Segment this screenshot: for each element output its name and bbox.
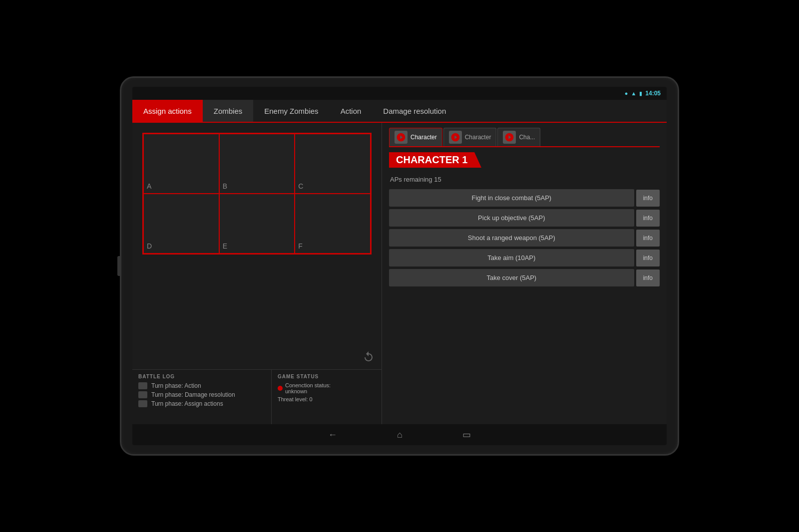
battle-log-title: BATTLE LOG	[138, 374, 265, 379]
log-entry-0: Turn phase: Action	[138, 382, 265, 389]
log-icon-2	[138, 400, 147, 407]
cell-label-c: C	[298, 182, 303, 190]
char-tab-label-0: Character	[410, 134, 437, 141]
action-btn-0[interactable]: Fight in close combat (5AP)	[389, 189, 634, 207]
character-name: CHARACTER 1	[389, 152, 474, 168]
action-row-3: Take aim (10AP) info	[389, 249, 660, 266]
cell-label-a: A	[147, 182, 151, 190]
action-btn-2[interactable]: Shoot a ranged weapon (5AP)	[389, 229, 634, 247]
log-entry-1: Turn phase: Damage resolution	[138, 391, 265, 398]
main-content: A B C D E	[132, 123, 667, 424]
battle-log-section: BATTLE LOG Turn phase: Action Turn phase…	[132, 370, 272, 424]
game-status-section: GAME STATUS Conenction status: unknown T…	[272, 370, 382, 424]
action-row-0: Fight in close combat (5AP) info	[389, 189, 660, 207]
cell-label-f: F	[298, 242, 303, 250]
char-tabs: Character Character	[389, 128, 660, 147]
rotate-icon[interactable]	[363, 351, 375, 365]
tab-assign-actions[interactable]: Assign actions	[132, 100, 203, 122]
nav-tabs: Assign actions Zombies Enemy Zombies Act…	[132, 100, 667, 123]
char-tab-0[interactable]: Character	[389, 128, 442, 146]
grid-cell-d[interactable]: D	[143, 194, 219, 254]
cell-label-e: E	[223, 242, 227, 250]
grid-cell-c[interactable]: C	[295, 134, 371, 194]
action-btn-4[interactable]: Take cover (5AP)	[389, 269, 634, 286]
tab-damage-resolution[interactable]: Damage resolution	[372, 100, 457, 122]
action-btn-3[interactable]: Take aim (10AP)	[389, 249, 634, 266]
cell-label-b: B	[223, 182, 227, 190]
left-panel: A B C D E	[132, 123, 382, 424]
tablet-screen: ● ▲ ▮ 14:05 Assign actions Zombies Enemy…	[132, 87, 667, 445]
action-row-1: Pick up objective (5AP) info	[389, 209, 660, 227]
recent-button[interactable]: ▭	[462, 429, 471, 440]
info-btn-3[interactable]: info	[636, 250, 660, 266]
grid-cell-a[interactable]: A	[143, 134, 219, 194]
connection-status-icon	[278, 386, 283, 391]
char-tab-2[interactable]: Cha...	[497, 128, 540, 146]
side-button[interactable]	[117, 256, 120, 276]
battle-grid: A B C D E	[142, 133, 372, 255]
grid-cell-f[interactable]: F	[295, 194, 371, 254]
bottom-strip: BATTLE LOG Turn phase: Action Turn phase…	[132, 369, 382, 424]
status-time: 14:05	[645, 90, 661, 97]
connection-label: Conenction status: unknown	[285, 382, 331, 394]
char-tab-label-2: Cha...	[519, 134, 535, 141]
bluetooth-icon: ●	[625, 90, 628, 96]
threat-level: Threat level: 0	[278, 396, 376, 402]
action-btn-1[interactable]: Pick up objective (5AP)	[389, 209, 634, 227]
back-button[interactable]: ←	[328, 430, 337, 440]
log-icon-1	[138, 391, 147, 398]
log-icon-0	[138, 382, 147, 389]
info-btn-4[interactable]: info	[636, 269, 660, 286]
info-btn-1[interactable]: info	[636, 210, 660, 227]
info-btn-0[interactable]: info	[636, 190, 660, 207]
wifi-icon: ▲	[631, 90, 636, 96]
char-avatar-0	[395, 131, 407, 144]
info-btn-2[interactable]: info	[636, 230, 660, 247]
log-text-2: Turn phase: Assign actions	[151, 400, 223, 407]
char-avatar-1	[449, 131, 462, 144]
home-button[interactable]: ⌂	[397, 430, 402, 440]
cell-label-d: D	[147, 242, 152, 250]
tab-action[interactable]: Action	[330, 100, 373, 122]
status-bar: ● ▲ ▮ 14:05	[132, 87, 667, 100]
char-avatar-2	[503, 131, 516, 144]
action-row-4: Take cover (5AP) info	[389, 269, 660, 286]
nav-bottom: ← ⌂ ▭	[132, 424, 667, 445]
char-tab-label-1: Character	[465, 134, 491, 141]
action-row-2: Shoot a ranged weapon (5AP) info	[389, 229, 660, 247]
tablet-device: ● ▲ ▮ 14:05 Assign actions Zombies Enemy…	[120, 76, 679, 456]
log-text-0: Turn phase: Action	[151, 382, 201, 389]
log-text-1: Turn phase: Damage resolution	[151, 391, 235, 398]
tab-zombies[interactable]: Zombies	[203, 100, 254, 122]
char-tab-1[interactable]: Character	[443, 128, 497, 146]
tab-enemy-zombies[interactable]: Enemy Zombies	[253, 100, 329, 122]
battery-icon: ▮	[639, 90, 642, 97]
game-status-title: GAME STATUS	[278, 374, 376, 379]
right-panel: Character Character	[382, 123, 667, 424]
aps-remaining: APs remaining 15	[390, 176, 660, 183]
log-entry-2: Turn phase: Assign actions	[138, 400, 265, 407]
grid-cell-b[interactable]: B	[219, 134, 295, 194]
grid-cell-e[interactable]: E	[219, 194, 295, 254]
